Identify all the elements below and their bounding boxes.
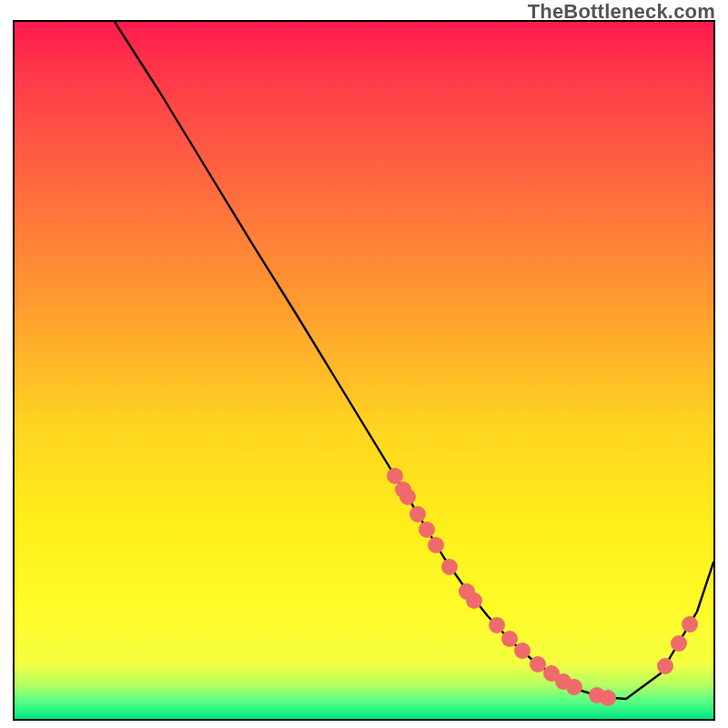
data-point-marker: [419, 521, 435, 538]
chart-frame: TheBottleneck.com: [0, 0, 728, 728]
data-point-marker: [514, 642, 531, 659]
data-point-marker: [489, 617, 505, 633]
data-point-marker: [671, 635, 687, 652]
data-point-marker: [466, 592, 482, 609]
data-point-marker: [441, 559, 458, 575]
plot-area: [13, 20, 715, 721]
data-point-marker: [530, 656, 546, 672]
data-point-marker: [399, 489, 416, 505]
data-point-marker: [410, 506, 426, 522]
data-point-marker: [600, 690, 616, 706]
curve-layer: [15, 22, 713, 719]
data-point-marker: [657, 658, 673, 674]
data-point-marker: [682, 616, 698, 632]
data-point-marker: [387, 468, 403, 484]
data-point-marker: [501, 631, 518, 647]
data-point-marker: [566, 679, 582, 695]
data-point-marker: [428, 537, 444, 553]
bottleneck-curve: [115, 22, 713, 699]
